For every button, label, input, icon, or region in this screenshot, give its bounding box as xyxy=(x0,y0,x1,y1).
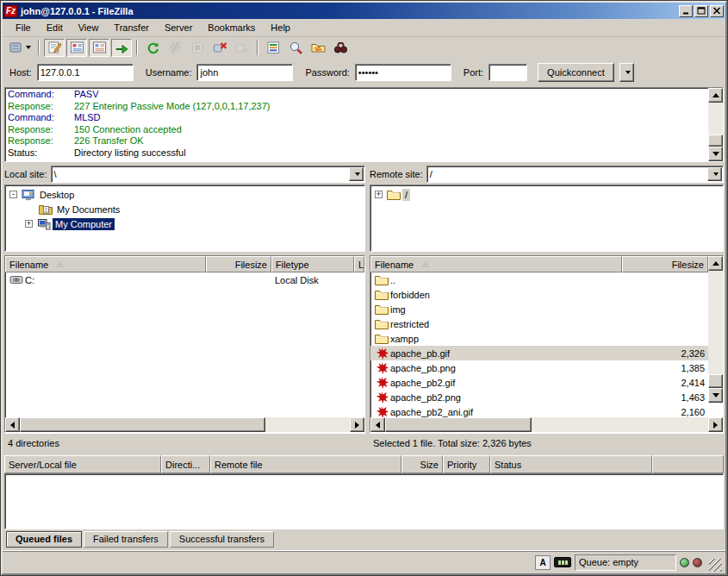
scroll-down-icon[interactable] xyxy=(708,388,723,403)
tree-item[interactable]: My Documents xyxy=(6,202,364,216)
combo-dropdown-icon[interactable] xyxy=(349,167,364,181)
remote-status-text: Selected 1 file. Total size: 2,326 bytes xyxy=(370,433,724,452)
file-row[interactable]: apache_pb.png1,385 xyxy=(370,360,708,375)
column-header-blank[interactable] xyxy=(652,455,724,473)
menu-edit[interactable]: Edit xyxy=(39,20,71,35)
tree-item[interactable]: +/ xyxy=(371,187,722,202)
remote-file-list[interactable]: FilenameFilesize ..forbiddenimgrestricte… xyxy=(370,255,724,433)
column-header-status[interactable]: Status xyxy=(490,455,652,473)
file-row[interactable]: apache_pb.gif2,326 xyxy=(370,346,708,360)
toggle-queue-icon[interactable] xyxy=(111,39,132,57)
remote-directory-tree[interactable]: +/ xyxy=(370,185,724,252)
local-hscrollbar[interactable] xyxy=(5,417,364,432)
local-site-combobox[interactable]: \ xyxy=(51,166,365,183)
scroll-thumb[interactable] xyxy=(385,417,532,432)
toggle-local-tree-icon[interactable] xyxy=(66,39,87,57)
directory-comparison-icon[interactable] xyxy=(285,39,306,57)
password-input[interactable] xyxy=(355,64,451,81)
tab-failed-transfers[interactable]: Failed transfers xyxy=(84,531,168,548)
combo-dropdown-icon[interactable] xyxy=(707,167,722,181)
column-header-filesize[interactable]: Filesize xyxy=(622,256,708,272)
column-header-size[interactable]: Size xyxy=(401,455,443,473)
column-header-directi-[interactable]: Directi... xyxy=(161,455,210,473)
menu-file[interactable]: File xyxy=(8,20,39,35)
menu-help[interactable]: Help xyxy=(263,20,298,35)
column-header-priority[interactable]: Priority xyxy=(443,455,490,473)
toggle-message-log-icon[interactable] xyxy=(44,39,65,57)
tree-expander-icon[interactable]: + xyxy=(375,191,383,198)
scroll-right-icon[interactable] xyxy=(350,417,364,432)
browser-panes: Local site: \ -DesktopMy Documents+My Co… xyxy=(3,164,725,452)
reconnect-icon[interactable] xyxy=(232,39,252,57)
tab-queued-files[interactable]: Queued files xyxy=(6,531,82,548)
cancel-operation-icon[interactable] xyxy=(187,39,208,57)
scroll-thumb[interactable] xyxy=(20,417,265,432)
title-bar[interactable]: Fz john@127.0.0.1 - FileZilla xyxy=(3,3,725,19)
toggle-remote-tree-icon[interactable] xyxy=(89,39,109,57)
filter-icon[interactable] xyxy=(263,39,283,57)
column-header-filename[interactable]: Filename xyxy=(5,256,206,272)
computer-icon xyxy=(36,218,51,230)
file-row[interactable]: xampp xyxy=(370,331,708,346)
scroll-up-icon[interactable] xyxy=(708,88,723,103)
refresh-icon[interactable] xyxy=(142,39,163,57)
column-header-remote-file[interactable]: Remote file xyxy=(210,455,401,473)
local-file-list[interactable]: FilenameFilesizeFiletypeL C:Local Disk xyxy=(4,255,365,433)
host-input[interactable] xyxy=(37,64,134,81)
column-header-l[interactable]: L xyxy=(354,256,364,272)
remote-hscrollbar[interactable] xyxy=(370,417,723,432)
tree-item[interactable]: -Desktop xyxy=(6,187,364,202)
file-size-cell: 1,463 xyxy=(622,392,708,403)
minimize-button[interactable] xyxy=(679,5,693,17)
disconnect-icon[interactable] xyxy=(209,39,230,57)
site-manager-icon[interactable] xyxy=(6,39,34,57)
file-row[interactable]: img xyxy=(370,302,708,316)
file-row[interactable]: apache_pb2.gif2,414 xyxy=(370,375,708,390)
scroll-up-icon[interactable] xyxy=(708,256,723,271)
tab-successful-transfers[interactable]: Successful transfers xyxy=(170,531,274,548)
menu-bookmarks[interactable]: Bookmarks xyxy=(200,20,263,35)
scroll-down-icon[interactable] xyxy=(708,147,723,161)
remote-site-combobox[interactable]: / xyxy=(426,166,724,183)
scroll-thumb[interactable] xyxy=(708,374,723,388)
find-files-icon[interactable] xyxy=(330,39,351,57)
file-row[interactable]: restricted xyxy=(370,316,708,331)
maximize-button[interactable] xyxy=(694,5,708,17)
file-row[interactable]: C:Local Disk xyxy=(5,272,364,287)
quickconnect-button[interactable]: Quickconnect xyxy=(538,63,614,82)
file-name-cell: forbidden xyxy=(370,289,622,300)
port-input[interactable] xyxy=(488,64,527,81)
menu-view[interactable]: View xyxy=(71,20,107,35)
column-header-filesize[interactable]: Filesize xyxy=(206,256,271,272)
username-input[interactable] xyxy=(196,64,293,81)
scroll-thumb[interactable] xyxy=(708,135,723,147)
column-header-filename[interactable]: Filename xyxy=(370,256,622,272)
file-row[interactable]: apache_pb2.png1,463 xyxy=(370,390,708,404)
tree-item-label: My Documents xyxy=(54,203,122,216)
tree-expander-icon[interactable]: + xyxy=(25,220,33,228)
scroll-left-icon[interactable] xyxy=(5,417,20,432)
queue-list[interactable] xyxy=(4,473,724,529)
file-row[interactable]: .. xyxy=(370,272,708,287)
menu-transfer[interactable]: Transfer xyxy=(106,20,157,35)
file-row[interactable]: apache_pb2_ani.gif2,160 xyxy=(370,404,708,417)
remote-vscrollbar[interactable] xyxy=(708,256,723,403)
folder-icon xyxy=(374,289,389,300)
tree-item[interactable]: +My Computer xyxy=(6,216,364,231)
file-row[interactable]: forbidden xyxy=(370,287,708,302)
process-queue-icon[interactable] xyxy=(165,39,185,57)
resize-grip[interactable] xyxy=(709,559,722,572)
quickconnect-dropdown-icon[interactable] xyxy=(619,63,634,82)
column-header-server-local-file[interactable]: Server/Local file xyxy=(4,455,161,473)
tree-expander-icon[interactable]: - xyxy=(9,191,17,198)
column-header-filetype[interactable]: Filetype xyxy=(271,256,354,272)
message-log-scrollbar[interactable] xyxy=(708,88,723,161)
datatype-indicator-icon: A xyxy=(535,555,551,570)
file-name-cell: apache_pb.gif xyxy=(370,347,622,360)
scroll-right-icon[interactable] xyxy=(708,417,723,432)
close-button[interactable] xyxy=(710,5,724,17)
local-directory-tree[interactable]: -DesktopMy Documents+My Computer xyxy=(4,185,365,252)
synchronized-browsing-icon[interactable] xyxy=(308,39,328,57)
menu-server[interactable]: Server xyxy=(157,20,200,35)
scroll-left-icon[interactable] xyxy=(370,417,385,432)
